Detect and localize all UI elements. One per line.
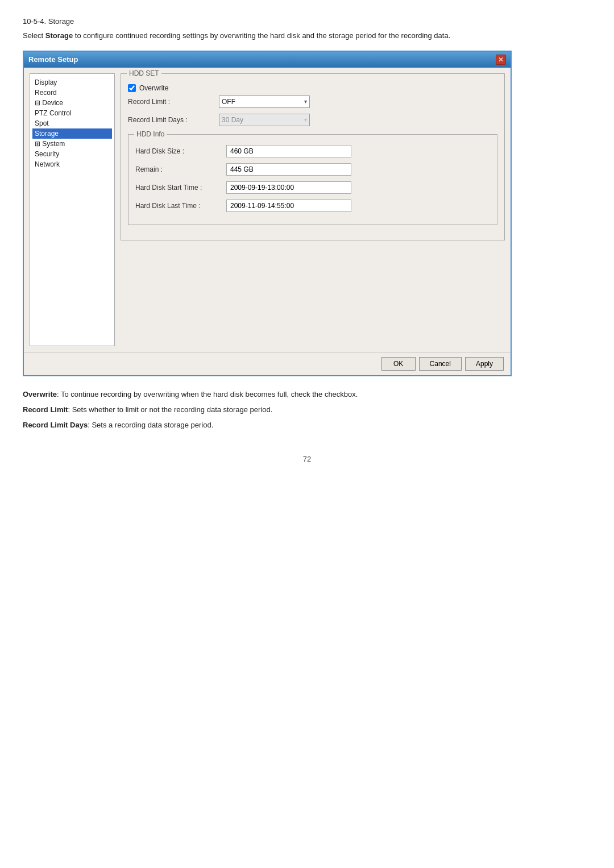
last-time-input[interactable] — [226, 200, 351, 212]
desc-record-limit-days: Record Limit Days: Sets a recording data… — [23, 418, 591, 431]
sidebar-item-network-label: Network — [35, 160, 60, 168]
desc-record-limit-term: Record Limit — [23, 405, 68, 414]
sidebar-item-storage[interactable]: Storage — [32, 128, 112, 139]
sidebar-item-security-label: Security — [35, 150, 59, 158]
start-time-label: Hard Disk Start Time : — [135, 184, 226, 192]
descriptions: Overwrite: To continue recording by over… — [23, 388, 591, 432]
collapse-icon: ⊟ — [35, 99, 42, 107]
section-title: 10-5-4. Storage — [23, 17, 591, 26]
sidebar-item-storage-label: Storage — [35, 130, 59, 138]
desc-overwrite-text: : To continue recording by overwriting w… — [57, 390, 358, 398]
sidebar-item-record-label: Record — [35, 89, 57, 97]
desc-overwrite: Overwrite: To continue recording by over… — [23, 388, 591, 401]
last-time-label: Hard Disk Last Time : — [135, 202, 226, 210]
sidebar-item-device-label: Device — [42, 99, 63, 107]
hdd-set-group: HDD SET Overwrite Record Limit : OFF ▾ — [121, 73, 505, 240]
desc-record-limit-days-term: Record Limit Days — [23, 421, 88, 429]
chevron-down-icon-disabled: ▾ — [304, 117, 307, 123]
desc-record-limit-days-text: : Sets a recording data storage period. — [88, 421, 213, 429]
intro-text: Select Storage to configure continued re… — [23, 30, 591, 41]
hdd-info-title: HDD Info — [134, 130, 167, 138]
record-limit-control: OFF ▾ — [219, 95, 310, 108]
record-limit-label: Record Limit : — [128, 98, 219, 106]
desc-record-limit: Record Limit: Sets whether to limit or n… — [23, 403, 591, 416]
desc-overwrite-term: Overwrite — [23, 390, 57, 398]
last-time-row: Hard Disk Last Time : — [135, 200, 490, 212]
ok-button[interactable]: OK — [381, 357, 416, 371]
record-limit-days-value: 30 Day — [222, 116, 243, 124]
dialog-footer: OK Cancel Apply — [24, 352, 511, 375]
close-button[interactable]: ✕ — [496, 55, 506, 65]
record-limit-days-row: Record Limit Days : 30 Day ▾ — [128, 114, 497, 126]
dialog-title: Remote Setup — [28, 55, 78, 64]
dialog-titlebar: Remote Setup ✕ — [24, 52, 511, 68]
sidebar-item-display[interactable]: Display — [32, 77, 112, 88]
start-time-input[interactable] — [226, 181, 351, 194]
apply-button[interactable]: Apply — [465, 357, 504, 371]
sidebar-item-spot[interactable]: Spot — [32, 118, 112, 128]
record-limit-days-control: 30 Day ▾ — [219, 114, 310, 126]
sidebar-item-ptz-control[interactable]: PTZ Control — [32, 108, 112, 118]
hard-disk-size-label: Hard Disk Size : — [135, 147, 226, 155]
hdd-set-title: HDD SET — [127, 69, 161, 77]
remote-setup-dialog: Remote Setup ✕ Display Record ⊟ Device P… — [23, 51, 512, 376]
hard-disk-size-input[interactable] — [226, 145, 351, 157]
main-content: HDD SET Overwrite Record Limit : OFF ▾ — [121, 73, 505, 346]
sidebar-tree: Display Record ⊟ Device PTZ Control Spot… — [30, 73, 115, 346]
cancel-button[interactable]: Cancel — [419, 357, 462, 371]
overwrite-label[interactable]: Overwrite — [139, 84, 168, 92]
chevron-down-icon: ▾ — [304, 98, 307, 105]
record-limit-row: Record Limit : OFF ▾ — [128, 95, 497, 108]
remain-row: Remain : — [135, 163, 490, 176]
record-limit-select[interactable]: OFF ▾ — [219, 95, 310, 108]
expand-icon: ⊞ — [35, 140, 42, 148]
sidebar-item-system-label: System — [42, 140, 65, 148]
sidebar-item-spot-label: Spot — [35, 119, 49, 127]
remain-label: Remain : — [135, 165, 226, 173]
remain-input[interactable] — [226, 163, 351, 176]
overwrite-row: Overwrite — [128, 84, 497, 92]
sidebar-item-ptz-label: PTZ Control — [35, 109, 72, 117]
record-limit-value: OFF — [222, 98, 235, 106]
record-limit-days-label: Record Limit Days : — [128, 116, 219, 124]
overwrite-checkbox[interactable] — [128, 84, 136, 92]
sidebar-item-security[interactable]: Security — [32, 149, 112, 159]
sidebar-item-record[interactable]: Record — [32, 88, 112, 98]
page-number: 72 — [23, 455, 591, 463]
sidebar-item-network[interactable]: Network — [32, 159, 112, 169]
record-limit-days-select[interactable]: 30 Day ▾ — [219, 114, 310, 126]
sidebar-item-display-label: Display — [35, 78, 57, 86]
hdd-info-group: HDD Info Hard Disk Size : Remain : Hard … — [128, 134, 497, 225]
sidebar-item-system[interactable]: ⊞ System — [32, 139, 112, 149]
dialog-body: Display Record ⊟ Device PTZ Control Spot… — [24, 68, 511, 352]
hard-disk-size-row: Hard Disk Size : — [135, 145, 490, 157]
start-time-row: Hard Disk Start Time : — [135, 181, 490, 194]
sidebar-item-device[interactable]: ⊟ Device — [32, 98, 112, 108]
desc-record-limit-text: : Sets whether to limit or not the recor… — [68, 405, 272, 414]
